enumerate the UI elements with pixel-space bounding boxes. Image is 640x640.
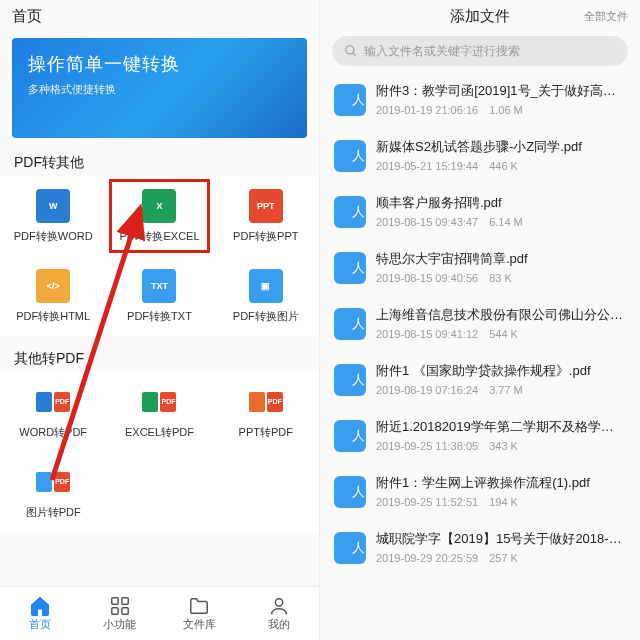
bottom-nav: 首页小功能文件库我的 <box>0 586 319 640</box>
file-list: 人附件3：教学司函[2019]1号_关于做好高等学…2019-01-19 21:… <box>320 72 640 640</box>
tile-label: PDF转换HTML <box>16 309 90 324</box>
svg-rect-0 <box>111 598 117 604</box>
format-icon: X <box>142 189 176 223</box>
left-pane: 首页 操作简单一键转换 多种格式便捷转换 PDF转其他 WPDF转换WORDXP… <box>0 0 320 640</box>
file-meta: 2019-09-29 20:25:59 257 K <box>376 551 626 566</box>
format-icon: W <box>36 189 70 223</box>
tile-PDF转换EXCEL[interactable]: XPDF转换EXCEL <box>106 176 212 256</box>
search-icon <box>344 44 358 58</box>
file-name: 城职院学字【2019】15号关于做好2018-2019… <box>376 530 626 548</box>
pdf-icon: 人 <box>334 532 366 564</box>
right-title: 添加文件 <box>450 7 510 26</box>
tile-PDF转换TXT[interactable]: TXTPDF转换TXT <box>106 256 212 336</box>
tile-PDF转换PPT[interactable]: PPTPDF转换PPT <box>213 176 319 256</box>
nav-grid[interactable]: 小功能 <box>80 587 160 640</box>
search-input[interactable]: 输入文件名或关键字进行搜索 <box>332 36 628 66</box>
format-icon: </> <box>36 269 70 303</box>
nav-label: 文件库 <box>183 617 216 632</box>
tile-label: PDF转换图片 <box>233 309 299 324</box>
file-item[interactable]: 人新媒体S2机试答题步骤-小Z同学.pdf2019-05-21 15:19:44… <box>320 128 640 184</box>
tile-label: PDF转换EXCEL <box>119 229 199 244</box>
pdf-icon: 人 <box>334 308 366 340</box>
pdf-icon: 人 <box>334 420 366 452</box>
format-pair-icon: PDF <box>249 385 283 419</box>
file-item[interactable]: 人城职院学字【2019】15号关于做好2018-2019…2019-09-29 … <box>320 520 640 576</box>
file-meta: 2019-09-25 11:38:05 343 K <box>376 439 626 454</box>
nav-user[interactable]: 我的 <box>239 587 319 640</box>
tile-label: PPT转PDF <box>239 425 293 440</box>
nav-folder[interactable]: 文件库 <box>160 587 240 640</box>
svg-rect-1 <box>121 598 127 604</box>
nav-label: 首页 <box>29 617 51 632</box>
pdf-icon: 人 <box>334 364 366 396</box>
nav-label: 我的 <box>268 617 290 632</box>
home-icon <box>29 595 51 617</box>
svg-point-4 <box>275 599 282 606</box>
file-item[interactable]: 人特思尔大宇宙招聘简章.pdf2019-08-15 09:40:56 83 K <box>320 240 640 296</box>
file-item[interactable]: 人附件3：教学司函[2019]1号_关于做好高等学…2019-01-19 21:… <box>320 72 640 128</box>
right-pane: 添加文件 全部文件 输入文件名或关键字进行搜索 人附件3：教学司函[2019]1… <box>320 0 640 640</box>
format-pair-icon: PDF <box>36 385 70 419</box>
file-item[interactable]: 人上海维音信息技术股份有限公司佛山分公司20…2019-08-15 09:41:… <box>320 296 640 352</box>
format-icon: ▣ <box>249 269 283 303</box>
format-pair-icon: PDF <box>36 465 70 499</box>
all-files-link[interactable]: 全部文件 <box>584 9 628 24</box>
tiles-other-to-pdf: PDFWORD转PDFPDFEXCEL转PDFPDFPPT转PDFPDF图片转P… <box>0 372 319 532</box>
file-name: 新媒体S2机试答题步骤-小Z同学.pdf <box>376 138 626 156</box>
file-meta: 2019-08-15 09:40:56 83 K <box>376 271 626 286</box>
format-icon: TXT <box>142 269 176 303</box>
file-meta: 2019-08-19 07:16:24 3.77 M <box>376 383 626 398</box>
hero-sub: 多种格式便捷转换 <box>28 82 291 97</box>
pdf-icon: 人 <box>334 196 366 228</box>
tile-PDF转换WORD[interactable]: WPDF转换WORD <box>0 176 106 256</box>
tile-PPT转PDF[interactable]: PDFPPT转PDF <box>213 372 319 452</box>
section-pdf-to-other: PDF转其他 <box>0 148 319 176</box>
tile-label: PDF转换PPT <box>233 229 298 244</box>
file-meta: 2019-01-19 21:06:16 1.06 M <box>376 103 626 118</box>
tile-PDF转换HTML[interactable]: </>PDF转换HTML <box>0 256 106 336</box>
nav-label: 小功能 <box>103 617 136 632</box>
file-name: 附件1：学生网上评教操作流程(1).pdf <box>376 474 626 492</box>
hero-banner[interactable]: 操作简单一键转换 多种格式便捷转换 <box>12 38 307 138</box>
file-meta: 2019-08-15 09:43:47 6.14 M <box>376 215 626 230</box>
nav-home[interactable]: 首页 <box>0 587 80 640</box>
pdf-icon: 人 <box>334 476 366 508</box>
tile-PDF转换图片[interactable]: ▣PDF转换图片 <box>213 256 319 336</box>
file-name: 附近1.20182019学年第二学期不及格学生名… <box>376 418 626 436</box>
svg-rect-3 <box>121 608 127 614</box>
hero-title: 操作简单一键转换 <box>28 52 291 76</box>
tile-WORD转PDF[interactable]: PDFWORD转PDF <box>0 372 106 452</box>
user-icon <box>268 595 290 617</box>
tile-label: WORD转PDF <box>19 425 87 440</box>
file-meta: 2019-05-21 15:19:44 446 K <box>376 159 626 174</box>
folder-icon <box>188 595 210 617</box>
tile-label: 图片转PDF <box>26 505 81 520</box>
file-name: 上海维音信息技术股份有限公司佛山分公司20… <box>376 306 626 324</box>
search-placeholder: 输入文件名或关键字进行搜索 <box>364 43 520 60</box>
tile-EXCEL转PDF[interactable]: PDFEXCEL转PDF <box>106 372 212 452</box>
svg-rect-2 <box>111 608 117 614</box>
svg-point-6 <box>346 46 354 54</box>
tile-图片转PDF[interactable]: PDF图片转PDF <box>0 452 106 532</box>
file-item[interactable]: 人附件1 《国家助学贷款操作规程》.pdf2019-08-19 07:16:24… <box>320 352 640 408</box>
pdf-icon: 人 <box>334 252 366 284</box>
tile-label: PDF转换TXT <box>127 309 192 324</box>
page-title: 首页 <box>12 7 42 26</box>
format-icon: PPT <box>249 189 283 223</box>
pdf-icon: 人 <box>334 84 366 116</box>
grid-icon <box>109 595 131 617</box>
tile-label: PDF转换WORD <box>14 229 93 244</box>
pdf-icon: 人 <box>334 140 366 172</box>
file-name: 特思尔大宇宙招聘简章.pdf <box>376 250 626 268</box>
section-other-to-pdf: 其他转PDF <box>0 344 319 372</box>
svg-line-7 <box>353 53 356 56</box>
file-name: 附件1 《国家助学贷款操作规程》.pdf <box>376 362 626 380</box>
file-meta: 2019-09-25 11:52:51 194 K <box>376 495 626 510</box>
file-name: 顺丰客户服务招聘.pdf <box>376 194 626 212</box>
file-item[interactable]: 人顺丰客户服务招聘.pdf2019-08-15 09:43:47 6.14 M <box>320 184 640 240</box>
file-item[interactable]: 人附近1.20182019学年第二学期不及格学生名…2019-09-25 11:… <box>320 408 640 464</box>
format-pair-icon: PDF <box>142 385 176 419</box>
file-item[interactable]: 人附件1：学生网上评教操作流程(1).pdf2019-09-25 11:52:5… <box>320 464 640 520</box>
tile-label: EXCEL转PDF <box>125 425 194 440</box>
file-name: 附件3：教学司函[2019]1号_关于做好高等学… <box>376 82 626 100</box>
